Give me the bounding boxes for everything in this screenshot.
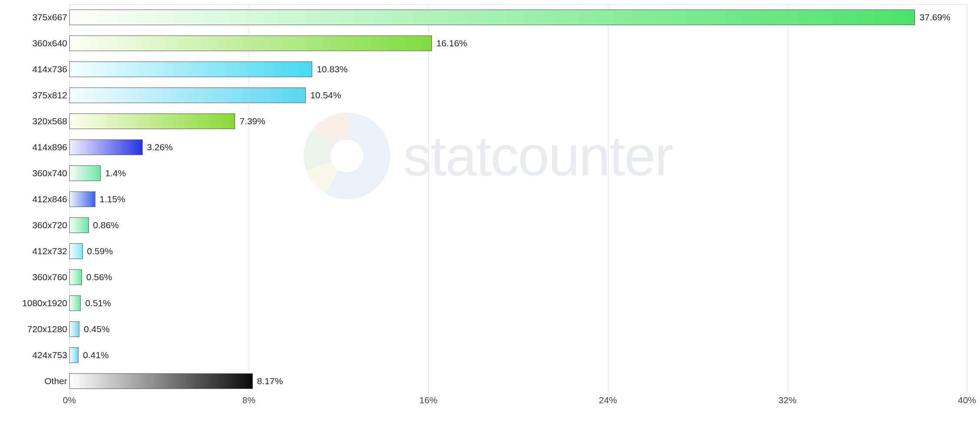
category-label: 320x568 <box>32 116 67 126</box>
bar[interactable] <box>69 10 915 25</box>
bar-row: 360x7600.56% <box>0 268 980 287</box>
value-label: 1.15% <box>100 194 126 204</box>
category-label: 412x732 <box>32 246 67 256</box>
value-label: 16.16% <box>436 38 467 49</box>
category-label: 720x1280 <box>27 324 67 334</box>
bar-row: 320x5687.39% <box>0 112 980 131</box>
bar-row: 1080x19200.51% <box>0 294 980 313</box>
bar[interactable] <box>69 191 95 207</box>
bar-row: 412x7320.59% <box>0 242 980 261</box>
x-tick-label: 40% <box>958 395 976 405</box>
x-tick-label: 0% <box>63 395 76 405</box>
value-label: 37.69% <box>919 12 950 23</box>
category-label: 375x812 <box>32 90 67 100</box>
value-label: 10.83% <box>317 64 347 74</box>
value-label: 0.45% <box>84 324 110 334</box>
bar-row: 720x12800.45% <box>0 320 980 339</box>
category-label: Other <box>44 376 67 386</box>
value-label: 0.56% <box>86 272 112 282</box>
category-label: 412x846 <box>32 194 67 204</box>
bar[interactable] <box>69 217 89 233</box>
bar[interactable] <box>69 62 312 77</box>
bar-row: 360x7200.86% <box>0 216 980 235</box>
value-label: 8.17% <box>257 376 283 386</box>
value-label: 0.59% <box>87 246 113 256</box>
bar[interactable] <box>69 243 83 259</box>
value-label: 1.4% <box>105 168 126 178</box>
value-label: 7.39% <box>239 116 265 126</box>
x-tick-label: 8% <box>242 395 255 405</box>
x-tick-label: 32% <box>778 395 797 405</box>
bar[interactable] <box>69 165 101 181</box>
value-label: 10.54% <box>310 90 341 100</box>
category-label: 360x740 <box>32 168 67 178</box>
bar-row: 414x8963.26% <box>0 138 980 157</box>
bar-row: 360x64016.16% <box>0 34 980 53</box>
bar[interactable] <box>69 269 82 285</box>
category-label: 424x753 <box>32 350 67 360</box>
category-label: 414x896 <box>32 142 67 152</box>
bar-chart: statcounter 0%8%16%24%32%40%375x66737.69… <box>0 0 980 421</box>
x-tick-label: 24% <box>599 395 617 405</box>
bar-row: 375x66737.69% <box>0 8 980 27</box>
category-label: 360x640 <box>32 38 67 49</box>
bar[interactable] <box>69 295 81 311</box>
bar[interactable] <box>69 347 78 363</box>
bar-row: 375x81210.54% <box>0 86 980 105</box>
category-label: 1080x1920 <box>22 298 67 308</box>
bar-row: Other8.17% <box>0 372 980 391</box>
bar-row: 424x7530.41% <box>0 346 980 365</box>
category-label: 360x720 <box>32 220 67 230</box>
bar[interactable] <box>69 87 306 103</box>
value-label: 0.51% <box>85 298 111 308</box>
value-label: 0.41% <box>83 350 109 360</box>
bar[interactable] <box>69 321 79 337</box>
category-label: 375x667 <box>32 12 67 23</box>
bar[interactable] <box>69 36 432 51</box>
x-tick-label: 16% <box>419 395 438 405</box>
value-label: 3.26% <box>147 142 173 152</box>
bar[interactable] <box>69 373 253 389</box>
category-label: 360x760 <box>32 272 67 282</box>
bar-row: 412x8461.15% <box>0 190 980 209</box>
bar[interactable] <box>69 139 143 155</box>
category-label: 414x736 <box>32 64 67 74</box>
bar[interactable] <box>69 113 235 129</box>
bar-row: 360x7401.4% <box>0 164 980 183</box>
value-label: 0.86% <box>93 220 119 230</box>
bar-row: 414x73610.83% <box>0 60 980 79</box>
